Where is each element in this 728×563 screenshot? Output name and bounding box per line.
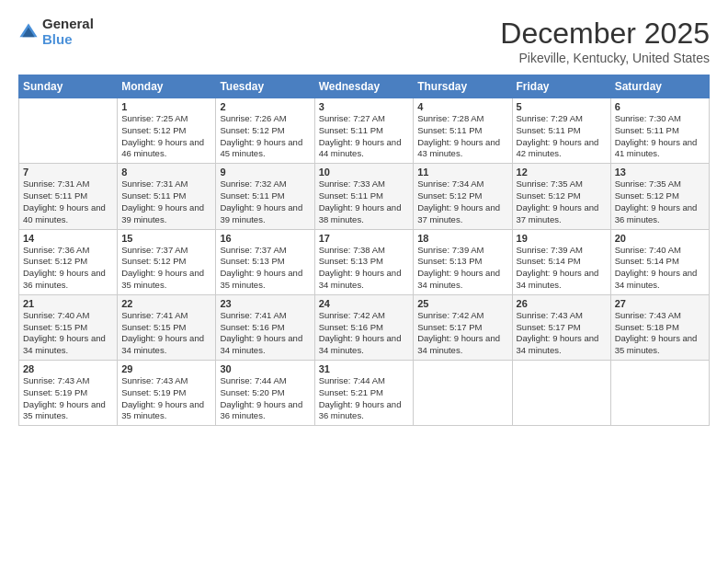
calendar-cell: 8Sunrise: 7:31 AMSunset: 5:11 PMDaylight… (118, 164, 216, 229)
week-row-3: 14Sunrise: 7:36 AMSunset: 5:12 PMDayligh… (19, 229, 710, 294)
cell-content: Sunrise: 7:42 AMSunset: 5:17 PMDaylight:… (417, 310, 507, 357)
day-number: 15 (121, 233, 211, 244)
day-header-monday: Monday (118, 75, 216, 98)
location: Pikeville, Kentucky, United States (500, 51, 710, 65)
cell-content: Sunrise: 7:44 AMSunset: 5:21 PMDaylight:… (319, 375, 410, 422)
day-number: 2 (220, 101, 310, 112)
cell-content: Sunrise: 7:44 AMSunset: 5:20 PMDaylight:… (220, 375, 310, 422)
calendar-cell: 5Sunrise: 7:29 AMSunset: 5:11 PMDaylight… (512, 98, 610, 164)
month-title: December 2025 (500, 17, 710, 51)
logo-general: General (42, 17, 94, 32)
day-number: 9 (220, 167, 310, 178)
day-number: 22 (121, 298, 211, 309)
cell-content: Sunrise: 7:26 AMSunset: 5:12 PMDaylight:… (220, 113, 310, 160)
cell-content: Sunrise: 7:35 AMSunset: 5:12 PMDaylight:… (615, 178, 705, 225)
day-number: 8 (121, 167, 211, 178)
calendar-cell: 31Sunrise: 7:44 AMSunset: 5:21 PMDayligh… (314, 361, 414, 426)
calendar-cell: 4Sunrise: 7:28 AMSunset: 5:11 PMDaylight… (414, 98, 512, 164)
day-header-friday: Friday (512, 75, 610, 98)
calendar-cell: 14Sunrise: 7:36 AMSunset: 5:12 PMDayligh… (19, 229, 118, 294)
cell-content: Sunrise: 7:29 AMSunset: 5:11 PMDaylight:… (517, 113, 607, 160)
day-number: 19 (517, 233, 607, 244)
day-number: 21 (23, 298, 113, 309)
day-number: 18 (417, 233, 507, 244)
day-number: 31 (319, 363, 410, 374)
day-number: 27 (615, 298, 705, 309)
calendar-cell (512, 361, 610, 426)
calendar-cell: 29Sunrise: 7:43 AMSunset: 5:19 PMDayligh… (118, 361, 216, 426)
day-number: 23 (220, 298, 310, 309)
calendar-cell: 11Sunrise: 7:34 AMSunset: 5:12 PMDayligh… (414, 164, 512, 229)
cell-content: Sunrise: 7:43 AMSunset: 5:18 PMDaylight:… (615, 310, 705, 357)
cell-content: Sunrise: 7:43 AMSunset: 5:17 PMDaylight:… (517, 310, 607, 357)
cell-content: Sunrise: 7:39 AMSunset: 5:14 PMDaylight:… (517, 245, 607, 292)
calendar-cell (414, 361, 512, 426)
day-number: 28 (23, 363, 113, 374)
week-row-5: 28Sunrise: 7:43 AMSunset: 5:19 PMDayligh… (19, 361, 710, 426)
day-number: 17 (319, 233, 410, 244)
week-row-4: 21Sunrise: 7:40 AMSunset: 5:15 PMDayligh… (19, 294, 710, 360)
day-number: 24 (319, 298, 410, 309)
calendar-cell: 12Sunrise: 7:35 AMSunset: 5:12 PMDayligh… (512, 164, 610, 229)
cell-content: Sunrise: 7:30 AMSunset: 5:11 PMDaylight:… (615, 113, 705, 160)
calendar-cell: 28Sunrise: 7:43 AMSunset: 5:19 PMDayligh… (19, 361, 118, 426)
day-header-saturday: Saturday (610, 75, 709, 98)
week-row-2: 7Sunrise: 7:31 AMSunset: 5:11 PMDaylight… (19, 164, 710, 229)
day-number: 7 (23, 167, 113, 178)
day-number: 30 (220, 363, 310, 374)
calendar-cell: 24Sunrise: 7:42 AMSunset: 5:16 PMDayligh… (314, 294, 414, 360)
calendar-cell: 20Sunrise: 7:40 AMSunset: 5:14 PMDayligh… (610, 229, 709, 294)
cell-content: Sunrise: 7:40 AMSunset: 5:14 PMDaylight:… (615, 245, 705, 292)
page: General Blue December 2025 Pikeville, Ke… (0, 0, 728, 563)
day-number: 20 (615, 233, 705, 244)
calendar-cell: 15Sunrise: 7:37 AMSunset: 5:12 PMDayligh… (118, 229, 216, 294)
calendar-cell (19, 98, 118, 164)
logo: General Blue (18, 17, 94, 47)
day-header-tuesday: Tuesday (216, 75, 314, 98)
day-header-sunday: Sunday (19, 75, 118, 98)
day-number: 4 (417, 101, 507, 112)
cell-content: Sunrise: 7:31 AMSunset: 5:11 PMDaylight:… (121, 178, 211, 225)
cell-content: Sunrise: 7:36 AMSunset: 5:12 PMDaylight:… (23, 245, 113, 292)
logo-text: General Blue (42, 17, 94, 47)
calendar-table: SundayMondayTuesdayWednesdayThursdayFrid… (18, 75, 710, 426)
cell-content: Sunrise: 7:39 AMSunset: 5:13 PMDaylight:… (417, 245, 507, 292)
header: General Blue December 2025 Pikeville, Ke… (18, 17, 710, 65)
calendar-cell: 9Sunrise: 7:32 AMSunset: 5:11 PMDaylight… (216, 164, 314, 229)
calendar-cell: 6Sunrise: 7:30 AMSunset: 5:11 PMDaylight… (610, 98, 709, 164)
cell-content: Sunrise: 7:41 AMSunset: 5:16 PMDaylight:… (220, 310, 310, 357)
calendar-cell: 22Sunrise: 7:41 AMSunset: 5:15 PMDayligh… (118, 294, 216, 360)
logo-blue: Blue (42, 32, 94, 48)
day-header-wednesday: Wednesday (314, 75, 414, 98)
cell-content: Sunrise: 7:35 AMSunset: 5:12 PMDaylight:… (517, 178, 607, 225)
cell-content: Sunrise: 7:38 AMSunset: 5:13 PMDaylight:… (319, 245, 410, 292)
cell-content: Sunrise: 7:42 AMSunset: 5:16 PMDaylight:… (319, 310, 410, 357)
cell-content: Sunrise: 7:40 AMSunset: 5:15 PMDaylight:… (23, 310, 113, 357)
calendar-cell: 1Sunrise: 7:25 AMSunset: 5:12 PMDaylight… (118, 98, 216, 164)
day-number: 5 (517, 101, 607, 112)
day-number: 1 (121, 101, 211, 112)
calendar-cell: 13Sunrise: 7:35 AMSunset: 5:12 PMDayligh… (610, 164, 709, 229)
calendar-cell: 3Sunrise: 7:27 AMSunset: 5:11 PMDaylight… (314, 98, 414, 164)
day-number: 16 (220, 233, 310, 244)
day-number: 6 (615, 101, 705, 112)
calendar-cell: 25Sunrise: 7:42 AMSunset: 5:17 PMDayligh… (414, 294, 512, 360)
cell-content: Sunrise: 7:41 AMSunset: 5:15 PMDaylight:… (121, 310, 211, 357)
calendar-cell: 7Sunrise: 7:31 AMSunset: 5:11 PMDaylight… (19, 164, 118, 229)
logo-icon (18, 22, 39, 42)
cell-content: Sunrise: 7:33 AMSunset: 5:11 PMDaylight:… (319, 178, 410, 225)
calendar-cell: 19Sunrise: 7:39 AMSunset: 5:14 PMDayligh… (512, 229, 610, 294)
day-number: 13 (615, 167, 705, 178)
calendar-cell: 23Sunrise: 7:41 AMSunset: 5:16 PMDayligh… (216, 294, 314, 360)
calendar-cell: 27Sunrise: 7:43 AMSunset: 5:18 PMDayligh… (610, 294, 709, 360)
cell-content: Sunrise: 7:28 AMSunset: 5:11 PMDaylight:… (417, 113, 507, 160)
calendar-cell: 26Sunrise: 7:43 AMSunset: 5:17 PMDayligh… (512, 294, 610, 360)
cell-content: Sunrise: 7:27 AMSunset: 5:11 PMDaylight:… (319, 113, 410, 160)
cell-content: Sunrise: 7:37 AMSunset: 5:13 PMDaylight:… (220, 245, 310, 292)
calendar-cell: 18Sunrise: 7:39 AMSunset: 5:13 PMDayligh… (414, 229, 512, 294)
cell-content: Sunrise: 7:25 AMSunset: 5:12 PMDaylight:… (121, 113, 211, 160)
day-number: 29 (121, 363, 211, 374)
day-number: 14 (23, 233, 113, 244)
cell-content: Sunrise: 7:43 AMSunset: 5:19 PMDaylight:… (23, 375, 113, 422)
day-header-row: SundayMondayTuesdayWednesdayThursdayFrid… (19, 75, 710, 98)
